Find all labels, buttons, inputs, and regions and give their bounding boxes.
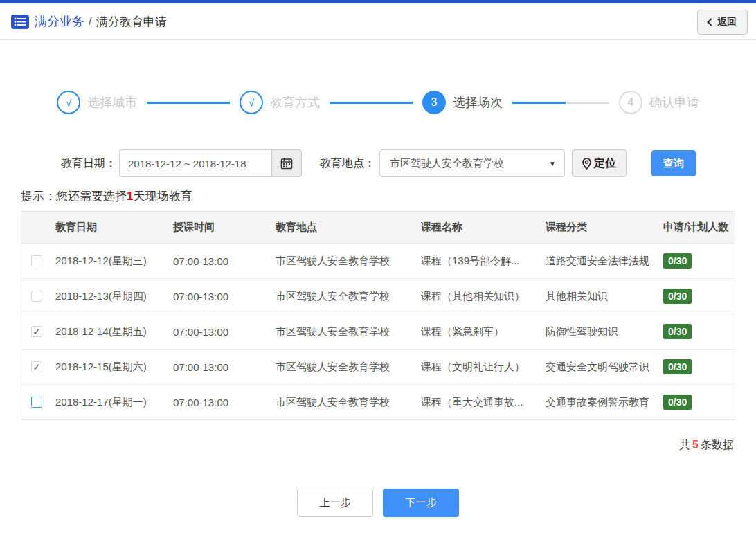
quota-badge: 0/30: [663, 289, 692, 304]
calendar-button[interactable]: [271, 149, 302, 177]
table-row: 2018-12-13(星期四) 07:00-13:00 市区驾驶人安全教育学校 …: [21, 278, 735, 314]
cell-date: 2018-12-14(星期五): [52, 325, 170, 338]
cell-date: 2018-12-13(星期四): [52, 290, 170, 303]
cell-location: 市区驾驶人安全教育学校: [272, 396, 417, 409]
row-checkbox[interactable]: [31, 255, 42, 266]
location-select[interactable]: 市区驾驶人安全教育学校 ▼: [379, 149, 565, 177]
cell-category: 交通事故案例警示教育: [542, 396, 660, 409]
date-range-group: [119, 149, 302, 177]
cell-category: 其他相关知识: [542, 290, 660, 303]
table-row: 2018-12-15(星期六) 07:00-13:00 市区驾驶人安全教育学校 …: [21, 349, 735, 384]
step-education-mode: √ 教育方式: [240, 91, 320, 114]
step-4-circle: 4: [619, 91, 642, 114]
education-location-label: 教育地点：: [320, 156, 375, 171]
notice-prefix: 提示：您还需要选择: [21, 190, 127, 203]
row-checkbox[interactable]: [31, 397, 42, 408]
step-3-label: 选择场次: [453, 94, 503, 111]
summary-suffix: 条数据: [701, 439, 734, 451]
quota-badge: 0/30: [663, 253, 692, 269]
step-3-circle: 3: [422, 91, 446, 114]
cell-location: 市区驾驶人安全教育学校: [272, 290, 417, 303]
cell-category: 道路交通安全法律法规: [542, 255, 660, 268]
step-1-label: 选择城市: [87, 94, 137, 111]
quota-badge: 0/30: [663, 395, 692, 410]
col-header-time: 授课时间: [170, 221, 272, 234]
list-icon: [11, 15, 29, 29]
record-count-summary: 共5条数据: [0, 438, 734, 453]
breadcrumb-page: 满分教育申请: [96, 14, 167, 30]
summary-prefix: 共: [679, 439, 690, 451]
breadcrumb-section[interactable]: 满分业务: [35, 13, 84, 30]
notice-text: 提示：您还需要选择1天现场教育: [21, 188, 756, 204]
notice-suffix: 天现场教育: [133, 190, 192, 203]
page: 满分业务 / 满分教育申请 返回 √ 选择城市 √ 教育方式 3 选择场次 4 …: [0, 0, 756, 535]
breadcrumb-separator: /: [89, 15, 92, 28]
session-table: 教育日期 授课时间 教育地点 课程名称 课程分类 申请/计划人数 2018-12…: [21, 211, 735, 420]
filter-bar: 教育日期： 教育地点： 市区驾驶人安全教育学校 ▼: [61, 149, 756, 177]
step-connector: [330, 102, 413, 104]
cell-location: 市区驾驶人安全教育学校: [272, 361, 417, 374]
page-header: 满分业务 / 满分教育申请 返回: [0, 3, 756, 40]
cell-location: 市区驾驶人安全教育学校: [272, 255, 417, 268]
col-header-course: 课程名称: [417, 221, 542, 234]
step-confirm-application: 4 确认申请: [619, 91, 699, 114]
locate-button-label: 定位: [594, 156, 616, 171]
col-header-category: 课程分类: [542, 221, 660, 234]
cell-location: 市区驾驶人安全教育学校: [272, 325, 417, 338]
back-button-label: 返回: [717, 16, 737, 28]
step-2-label: 教育方式: [270, 94, 320, 111]
map-pin-icon: [582, 158, 591, 170]
step-4-label: 确认申请: [649, 94, 699, 111]
cell-date: 2018-12-15(星期六): [52, 361, 170, 374]
cell-course: 课程（其他相关知识）: [417, 290, 542, 303]
cell-time: 07:00-13:00: [170, 291, 272, 302]
quota-badge: 0/30: [663, 359, 692, 374]
cell-course: 课程（重大交通事故...: [417, 396, 542, 409]
step-select-session: 3 选择场次: [422, 91, 503, 114]
calendar-icon: [280, 157, 293, 170]
cell-category: 交通安全文明驾驶常识: [542, 361, 660, 374]
cell-time: 07:00-13:00: [170, 255, 272, 267]
cell-course: 课程（文明礼让行人）: [417, 361, 542, 374]
col-header-date: 教育日期: [52, 221, 170, 234]
col-header-location: 教育地点: [272, 221, 417, 234]
step-connector: [512, 102, 609, 104]
cell-course: 课程（紧急刹车）: [417, 325, 542, 338]
chevron-down-icon: ▼: [549, 160, 556, 167]
step-connector: [147, 102, 230, 104]
education-date-label: 教育日期：: [61, 156, 116, 171]
step-indicator: √ 选择城市 √ 教育方式 3 选择场次 4 确认申请: [0, 82, 756, 123]
table-header-row: 教育日期 授课时间 教育地点 课程名称 课程分类 申请/计划人数: [21, 212, 735, 243]
row-checkbox[interactable]: [31, 361, 42, 372]
step-2-circle: √: [240, 91, 263, 114]
previous-step-button[interactable]: 上一步: [297, 489, 373, 517]
quota-badge: 0/30: [663, 324, 692, 339]
location-select-value: 市区驾驶人安全教育学校: [390, 157, 504, 170]
locate-button[interactable]: 定位: [572, 149, 627, 177]
wizard-nav-buttons: 上一步 下一步: [0, 489, 756, 517]
step-select-city: √ 选择城市: [57, 91, 137, 114]
record-count: 5: [692, 439, 699, 451]
cell-course: 课程（139号部令解...: [417, 255, 542, 268]
date-range-input[interactable]: [119, 149, 271, 177]
cell-time: 07:00-13:00: [170, 361, 272, 373]
col-header-quota: 申请/计划人数: [660, 221, 735, 234]
cell-date: 2018-12-17(星期一): [52, 396, 170, 409]
table-row: 2018-12-14(星期五) 07:00-13:00 市区驾驶人安全教育学校 …: [21, 314, 735, 349]
search-button[interactable]: 查询: [651, 150, 696, 176]
row-checkbox[interactable]: [31, 326, 42, 337]
row-checkbox[interactable]: [31, 291, 42, 302]
back-button[interactable]: 返回: [697, 10, 748, 35]
chevron-left-icon: [707, 18, 714, 26]
cell-category: 防御性驾驶知识: [542, 325, 660, 338]
step-1-circle: √: [57, 91, 80, 114]
cell-time: 07:00-13:00: [170, 397, 272, 408]
cell-time: 07:00-13:00: [170, 326, 272, 338]
next-step-button[interactable]: 下一步: [383, 489, 459, 517]
table-row: 2018-12-17(星期一) 07:00-13:00 市区驾驶人安全教育学校 …: [21, 384, 735, 419]
cell-date: 2018-12-12(星期三): [52, 255, 170, 268]
table-row: 2018-12-12(星期三) 07:00-13:00 市区驾驶人安全教育学校 …: [21, 243, 735, 278]
